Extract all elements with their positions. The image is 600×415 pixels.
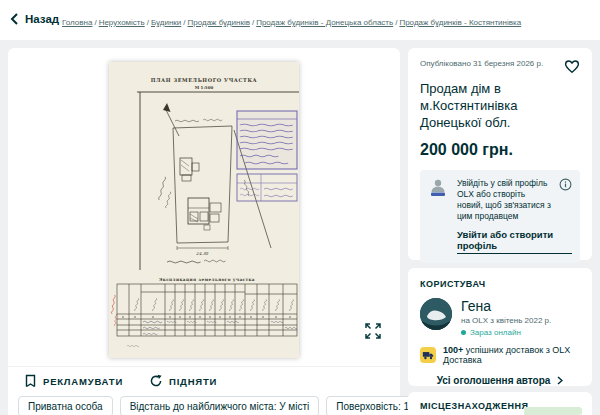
listing-price: 200 000 грн. — [420, 141, 580, 159]
seller-card: КОРИСТУВАЧ Гена на OLX з квітень 2022 р.… — [408, 268, 592, 386]
breadcrumb: ГоловнаНерухомістьБудинкиПродаж будинків… — [62, 18, 521, 27]
back-button[interactable]: Назад — [10, 13, 59, 25]
plan-drawing: ПЛАН ЗЕМЕЛЬНОГО УЧАСТКА М 1:500 — [109, 62, 299, 358]
delivery-badge-row: 100+ успішних доставок з OLX Доставка — [420, 345, 580, 365]
promote-button[interactable]: РЕКЛАМУВАТИ — [24, 374, 123, 388]
seller-avatar[interactable] — [420, 298, 452, 330]
plan-dimension: 24.30 — [196, 251, 208, 256]
breadcrumb-home[interactable]: Головна — [62, 18, 99, 27]
olx-listing-page: Назад ГоловнаНерухомістьБудинкиПродаж бу… — [0, 0, 600, 415]
breadcrumb-city[interactable]: Продаж будинків - Костянтинівка — [399, 18, 521, 27]
chevron-left-icon — [10, 13, 19, 25]
breadcrumb-region[interactable]: Продаж будинків - Донецька область — [256, 18, 399, 27]
profile-avatar-icon — [428, 178, 450, 198]
delivery-badge-icon — [420, 347, 436, 363]
chip-floors: Поверховість: 1 — [326, 396, 419, 415]
chip-distance: Відстань до найближчого міста: У місті — [120, 396, 320, 415]
raise-label: ПІДНЯТИ — [169, 376, 217, 387]
raise-button[interactable]: ПІДНЯТИ — [149, 374, 217, 388]
chevron-right-icon — [557, 376, 563, 385]
all-seller-ads-link[interactable]: Усі оголошення автора — [420, 375, 580, 386]
seller-member-since: на OLX з квітень 2022 р. — [461, 316, 551, 325]
seller-name[interactable]: Гена — [461, 298, 551, 314]
listing-title: Продам дім в м.Костянтинівка Донецької о… — [420, 81, 580, 132]
top-bar: Назад ГоловнаНерухомістьБудинкиПродаж бу… — [0, 0, 600, 40]
delivery-text: 100+ успішних доставок з OLX Доставка — [443, 345, 580, 365]
gallery-card: ПЛАН ЗЕМЕЛЬНОГО УЧАСТКА М 1:500 — [8, 48, 400, 415]
photo-viewer: ПЛАН ЗЕМЕЛЬНОГО УЧАСТКА М 1:500 — [8, 48, 400, 364]
plan-title: ПЛАН ЗЕМЕЛЬНОГО УЧАСТКА — [151, 77, 258, 83]
chip-seller-type: Приватна особа — [18, 396, 113, 415]
raise-icon — [149, 374, 163, 388]
delivery-count: 100+ — [443, 345, 463, 355]
breadcrumb-realestate[interactable]: Нерухомість — [99, 18, 151, 27]
login-prompt-box: Увійдіть у свій профіль OLX або створіть… — [420, 170, 580, 263]
online-dot-icon — [461, 330, 466, 335]
published-date: Опубліковано 31 березня 2026 р. — [420, 59, 543, 68]
login-prompt-text: Увійдіть у свій профіль OLX або створіть… — [457, 178, 552, 222]
breadcrumb-houses-sale[interactable]: Продаж будинків — [188, 18, 257, 27]
card-divider — [8, 366, 400, 367]
plan-table-caption: Экспликация земельного участка — [159, 277, 255, 282]
plan-scale: М 1:500 — [195, 85, 214, 90]
login-link[interactable]: Увійти або створити профіль — [457, 229, 572, 254]
ad-actions: РЕКЛАМУВАТИ ПІДНЯТИ — [24, 374, 217, 388]
fullscreen-button[interactable] — [364, 322, 382, 340]
back-label: Назад — [25, 13, 59, 25]
listing-photo[interactable]: ПЛАН ЗЕМЕЛЬНОГО УЧАСТКА М 1:500 — [109, 62, 299, 358]
fullscreen-icon — [364, 322, 382, 340]
promote-label: РЕКЛАМУВАТИ — [43, 376, 123, 387]
info-icon[interactable] — [559, 178, 572, 191]
promote-icon — [24, 374, 37, 388]
seller-online-status: Зараз онлайн — [470, 328, 521, 337]
map-thumbnail[interactable] — [524, 407, 582, 415]
favorite-heart-icon[interactable] — [564, 59, 580, 74]
location-card: МІСЦЕЗНАХОДЖЕННЯ Костянтинівка — [408, 392, 592, 415]
listing-info-card: Опубліковано 31 березня 2026 р. Продам д… — [408, 48, 592, 260]
breadcrumb-houses[interactable]: Будинки — [151, 18, 188, 27]
seller-section-title: КОРИСТУВАЧ — [420, 279, 580, 289]
